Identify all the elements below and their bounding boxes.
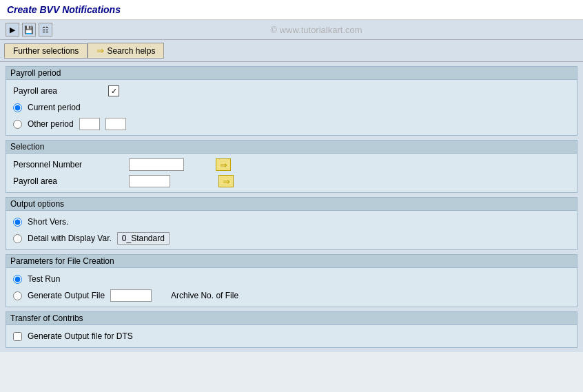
- generate-dts-label: Generate Output file for DTS: [28, 331, 133, 341]
- selection-payroll-area-input[interactable]: [129, 175, 170, 187]
- current-period-row: Current period: [13, 101, 570, 114]
- tab-further-selections-label: Further selections: [13, 46, 79, 56]
- current-period-label: Current period: [28, 103, 81, 112]
- test-run-radio[interactable]: [13, 275, 22, 284]
- tab-search-helps-label: Search helps: [107, 46, 155, 56]
- payroll-area-checkbox[interactable]: ✓: [108, 85, 119, 96]
- transfer-section: Transfer of Contribs Generate Output fil…: [6, 311, 577, 348]
- other-period-row: Other period: [13, 117, 570, 131]
- title-bar: Create BVV Notifications: [0, 0, 583, 20]
- transfer-body: Generate Output file for DTS: [6, 325, 577, 347]
- payroll-area-label: Payroll area: [13, 86, 103, 96]
- toolbar: ▶ 💾 ☷ © www.tutorialkart.com: [0, 20, 583, 40]
- tab-further-selections[interactable]: Further selections: [4, 43, 88, 59]
- personnel-number-label: Personnel Number: [13, 160, 123, 169]
- selection-section: Selection Personnel Number ⇒ Payroll are…: [6, 140, 577, 193]
- detail-value: 0_Standard: [117, 232, 170, 245]
- generate-output-input[interactable]: [110, 289, 152, 302]
- payroll-period-body: Payroll area ✓ Current period Other peri…: [6, 80, 577, 135]
- detail-radio[interactable]: [13, 234, 22, 243]
- other-period-radio[interactable]: [13, 120, 22, 129]
- personnel-number-row: Personnel Number ⇒: [13, 158, 570, 172]
- test-run-label: Test Run: [28, 274, 60, 284]
- selection-body: Personnel Number ⇒ Payroll area ⇒: [6, 154, 577, 192]
- output-options-body: Short Vers. Detail with Display Var. 0_S…: [6, 211, 577, 249]
- detail-label: Detail with Display Var.: [28, 234, 112, 243]
- selection-payroll-area-label: Payroll area: [13, 176, 123, 186]
- save-icon[interactable]: 💾: [22, 23, 36, 37]
- short-vers-label: Short Vers.: [28, 217, 68, 227]
- transfer-header: Transfer of Contribs: [6, 312, 577, 325]
- generate-dts-checkbox[interactable]: [13, 332, 22, 341]
- main-content: Payroll period Payroll area ✓ Current pe…: [0, 62, 583, 352]
- back-icon[interactable]: ▶: [6, 23, 19, 37]
- test-run-row: Test Run: [13, 272, 570, 286]
- short-vers-radio[interactable]: [13, 218, 22, 227]
- parameters-body: Test Run Generate Output File Archive No…: [6, 268, 577, 307]
- payroll-period-header: Payroll period: [6, 67, 577, 80]
- other-period-label: Other period: [28, 119, 74, 129]
- payroll-area-row: Payroll area ✓: [13, 84, 570, 98]
- other-period-input2[interactable]: [105, 118, 126, 130]
- payroll-area-nav-btn[interactable]: ⇒: [218, 175, 234, 187]
- tab-search-helps[interactable]: ⇒ Search helps: [88, 43, 164, 59]
- personnel-number-input[interactable]: [129, 158, 184, 171]
- short-vers-row: Short Vers.: [13, 215, 570, 229]
- personnel-number-nav-btn[interactable]: ⇒: [216, 158, 231, 171]
- parameters-section: Parameters for File Creation Test Run Ge…: [6, 254, 577, 307]
- generate-output-row: Generate Output File Archive No. of File: [13, 289, 570, 302]
- selection-header: Selection: [6, 141, 577, 154]
- current-period-radio[interactable]: [13, 103, 22, 112]
- generate-output-label: Generate Output File: [28, 291, 105, 300]
- tabs-bar: Further selections ⇒ Search helps: [0, 40, 583, 62]
- output-options-header: Output options: [6, 198, 577, 211]
- page-title: Create BVV Notifications: [7, 4, 121, 15]
- tab-arrow-icon: ⇒: [96, 45, 104, 56]
- archive-label: Archive No. of File: [171, 291, 238, 300]
- other-period-input1[interactable]: [79, 118, 100, 130]
- output-options-section: Output options Short Vers. Detail with D…: [6, 197, 577, 250]
- selection-payroll-area-row: Payroll area ⇒: [13, 174, 570, 188]
- generate-output-radio[interactable]: [13, 291, 22, 300]
- detail-row: Detail with Display Var. 0_Standard: [13, 231, 570, 245]
- payroll-period-section: Payroll period Payroll area ✓ Current pe…: [6, 66, 577, 136]
- watermark: © www.tutorialkart.com: [55, 25, 577, 35]
- generate-dts-row: Generate Output file for DTS: [13, 329, 570, 343]
- find-icon[interactable]: ☷: [39, 23, 52, 37]
- parameters-header: Parameters for File Creation: [6, 255, 577, 268]
